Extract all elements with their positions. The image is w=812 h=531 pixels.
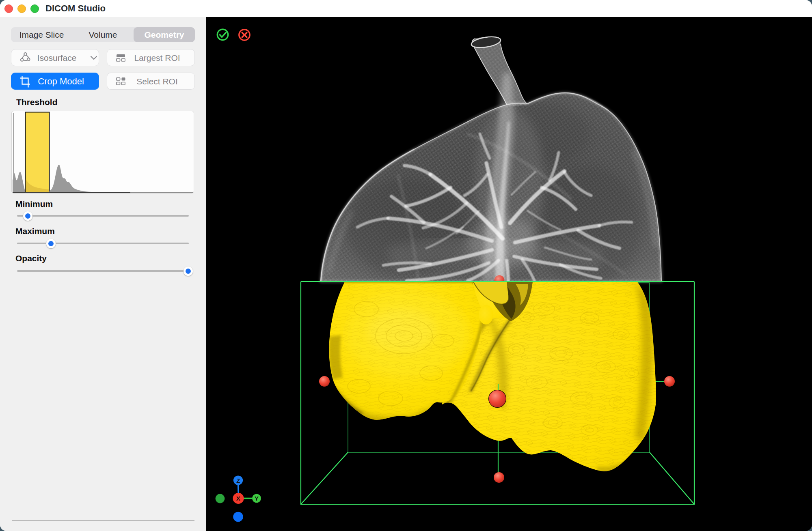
svg-text:Crop Model: Crop Model — [38, 76, 84, 86]
svg-text:Z: Z — [236, 477, 240, 484]
svg-text:Select ROI: Select ROI — [136, 77, 178, 86]
svg-text:Largest ROI: Largest ROI — [134, 53, 180, 62]
svg-text:Isosurface: Isosurface — [37, 53, 77, 62]
svg-text:Y: Y — [255, 495, 259, 502]
svg-text:X: X — [236, 495, 240, 502]
